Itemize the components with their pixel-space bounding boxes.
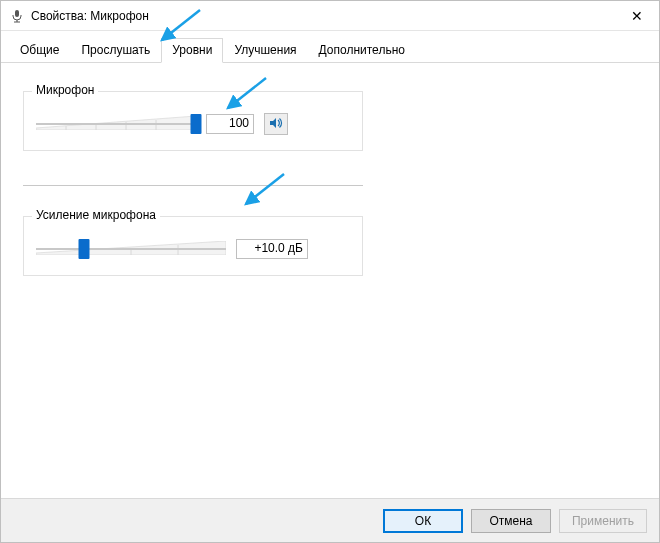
microphone-slider[interactable] xyxy=(36,112,196,136)
boost-value[interactable]: +10.0 дБ xyxy=(236,239,308,259)
boost-slider-thumb[interactable] xyxy=(78,239,89,259)
boost-slider-row: +10.0 дБ xyxy=(36,237,350,261)
microphone-level-group: Микрофон 100 xyxy=(23,91,363,151)
group-separator xyxy=(23,185,363,186)
tab-listen[interactable]: Прослушать xyxy=(70,38,161,63)
mute-button[interactable] xyxy=(264,113,288,135)
microphone-boost-group: Усиление микрофона +10.0 дБ xyxy=(23,216,363,276)
microphone-icon xyxy=(9,8,25,24)
properties-window: Свойства: Микрофон ✕ Общие Прослушать Ур… xyxy=(0,0,660,543)
close-button[interactable]: ✕ xyxy=(614,1,659,30)
tab-levels[interactable]: Уровни xyxy=(161,38,223,63)
button-bar: ОК Отмена Применить xyxy=(1,498,659,542)
tab-strip: Общие Прослушать Уровни Улучшения Дополн… xyxy=(1,31,659,63)
svg-marker-8 xyxy=(270,118,276,128)
window-title: Свойства: Микрофон xyxy=(31,9,149,23)
microphone-value[interactable]: 100 xyxy=(206,114,254,134)
cancel-button[interactable]: Отмена xyxy=(471,509,551,533)
microphone-boost-legend: Усиление микрофона xyxy=(32,208,160,222)
tab-advanced[interactable]: Дополнительно xyxy=(308,38,416,63)
svg-rect-0 xyxy=(15,10,19,17)
apply-button[interactable]: Применить xyxy=(559,509,647,533)
ok-button[interactable]: ОК xyxy=(383,509,463,533)
microphone-slider-row: 100 xyxy=(36,112,350,136)
tab-content: Микрофон 100 xyxy=(1,63,659,498)
boost-slider[interactable] xyxy=(36,237,226,261)
tab-general[interactable]: Общие xyxy=(9,38,70,63)
close-icon: ✕ xyxy=(631,8,643,24)
microphone-level-legend: Микрофон xyxy=(32,83,98,97)
speaker-icon xyxy=(269,116,283,133)
tab-enhancements[interactable]: Улучшения xyxy=(223,38,307,63)
title-bar: Свойства: Микрофон ✕ xyxy=(1,1,659,31)
microphone-slider-thumb[interactable] xyxy=(191,114,202,134)
